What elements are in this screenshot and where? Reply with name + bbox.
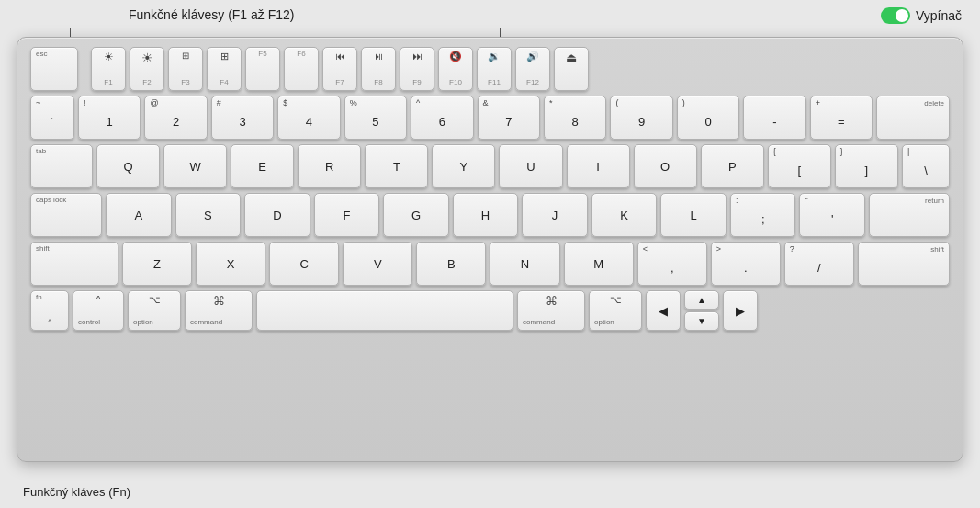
arrow-up-down-container: ▲ ▼ [684, 290, 719, 331]
key-equals[interactable]: + = [810, 96, 873, 140]
key-f5[interactable]: F5 [245, 47, 280, 91]
key-5[interactable]: % 5 [344, 96, 407, 140]
key-4[interactable]: $ 4 [277, 96, 340, 140]
key-return[interactable]: return [869, 193, 950, 237]
key-capslock[interactable]: caps lock [30, 193, 102, 237]
key-d[interactable]: D [244, 193, 310, 237]
key-arrow-down[interactable]: ▼ [684, 311, 719, 331]
key-q[interactable]: Q [96, 144, 160, 188]
key-slash[interactable]: ? / [784, 242, 854, 286]
key-fn[interactable]: fn ^ [30, 290, 69, 331]
power-section: Vypínač [881, 7, 962, 24]
key-tab[interactable]: tab [30, 144, 93, 188]
key-8[interactable]: * 8 [544, 96, 606, 140]
keyboard: esc ☀ F1 ☀ F2 ⊞ F3 ⊞ F4 F5 [17, 37, 963, 462]
key-f12[interactable]: 🔊 F12 [515, 47, 550, 91]
key-x[interactable]: X [196, 242, 265, 286]
key-g[interactable]: G [383, 193, 449, 237]
key-k[interactable]: K [591, 193, 658, 237]
number-row: ~ ` ! 1 @ 2 # 3 $ 4 [30, 96, 950, 140]
key-3[interactable]: # 3 [211, 96, 274, 140]
key-esc[interactable]: esc [30, 47, 78, 91]
key-delete[interactable]: delete [876, 96, 950, 140]
key-7[interactable]: & 7 [478, 96, 540, 140]
key-j[interactable]: J [522, 193, 588, 237]
zxcv-row: shift Z X C V B N M < , > . ? / [30, 242, 950, 286]
key-v[interactable]: V [343, 242, 412, 286]
key-r[interactable]: R [298, 144, 361, 188]
key-e[interactable]: E [231, 144, 294, 188]
bottom-row: fn ^ ^ control ⌥ option ⌘ command [30, 290, 950, 331]
fn-key-row: esc ☀ F1 ☀ F2 ⊞ F3 ⊞ F4 F5 [30, 47, 950, 91]
key-1[interactable]: ! 1 [78, 96, 141, 140]
key-comma[interactable]: < , [637, 242, 707, 286]
key-h[interactable]: H [453, 193, 519, 237]
key-option-left[interactable]: ⌥ option [128, 290, 181, 331]
key-9[interactable]: ( 9 [610, 96, 672, 140]
key-t[interactable]: T [365, 144, 428, 188]
key-command-right[interactable]: ⌘ command [517, 290, 585, 331]
key-o[interactable]: O [634, 144, 697, 188]
key-f7[interactable]: ⏮ F7 [322, 47, 357, 91]
key-bracket-left[interactable]: { [ [768, 144, 831, 188]
key-semicolon[interactable]: : ; [730, 193, 796, 237]
key-arrow-right[interactable]: ▶ [723, 290, 758, 331]
key-p[interactable]: P [701, 144, 764, 188]
key-l[interactable]: L [660, 193, 727, 237]
key-period[interactable]: > . [711, 242, 781, 286]
key-6[interactable]: ^ 6 [411, 96, 473, 140]
key-w[interactable]: W [163, 144, 227, 188]
power-label: Vypínač [916, 8, 962, 23]
key-f2[interactable]: ☀ F2 [130, 47, 164, 91]
key-i[interactable]: I [567, 144, 630, 188]
key-2[interactable]: @ 2 [144, 96, 207, 140]
key-control[interactable]: ^ control [73, 290, 124, 331]
key-minus[interactable]: _ - [743, 96, 805, 140]
key-b[interactable]: B [416, 242, 486, 286]
key-s[interactable]: S [175, 193, 242, 237]
fn-key-label: Funkčný kláves (Fn) [23, 485, 130, 499]
key-backslash[interactable]: | \ [902, 144, 950, 188]
key-f[interactable]: F [314, 193, 380, 237]
key-n[interactable]: N [490, 242, 559, 286]
key-backtick[interactable]: ~ ` [30, 96, 74, 140]
key-arrow-left[interactable]: ◀ [646, 290, 681, 331]
key-f1[interactable]: ☀ F1 [91, 47, 126, 91]
asdf-row: caps lock A S D F G H J K L : ; " ' retu… [30, 193, 950, 237]
key-arrow-up[interactable]: ▲ [684, 290, 719, 310]
key-space[interactable] [256, 290, 513, 331]
key-command-left[interactable]: ⌘ command [185, 290, 253, 331]
qwerty-row: tab Q W E R T Y U I O P { [ } ] | [30, 144, 950, 188]
fn-keys-label: Funkčné klávesy (F1 až F12) [129, 7, 295, 22]
key-f9[interactable]: ⏭ F9 [400, 47, 434, 91]
key-f4[interactable]: ⊞ F4 [207, 47, 242, 91]
page-container: Funkčné klávesy (F1 až F12) Vypínač Funk… [0, 0, 980, 508]
key-shift-left[interactable]: shift [30, 242, 118, 286]
key-shift-right[interactable]: shift [858, 242, 950, 286]
key-f8[interactable]: ⏯ F8 [361, 47, 396, 91]
key-bracket-right[interactable]: } ] [835, 144, 898, 188]
key-y[interactable]: Y [432, 144, 495, 188]
key-f11[interactable]: 🔉 F11 [477, 47, 512, 91]
gap1 [82, 47, 87, 91]
key-0[interactable]: ) 0 [677, 96, 739, 140]
key-eject[interactable]: ⏏ [554, 47, 589, 91]
key-f6[interactable]: F6 [284, 47, 319, 91]
power-toggle[interactable] [881, 7, 910, 24]
key-f3[interactable]: ⊞ F3 [168, 47, 203, 91]
key-option-right[interactable]: ⌥ option [589, 290, 642, 331]
key-c[interactable]: C [269, 242, 339, 286]
key-z[interactable]: Z [122, 242, 192, 286]
key-u[interactable]: U [499, 144, 562, 188]
key-a[interactable]: A [106, 193, 172, 237]
bracket-horizontal [70, 28, 501, 29]
key-quote[interactable]: " ' [799, 193, 865, 237]
key-m[interactable]: M [564, 242, 634, 286]
key-f10[interactable]: 🔇 F10 [438, 47, 473, 91]
